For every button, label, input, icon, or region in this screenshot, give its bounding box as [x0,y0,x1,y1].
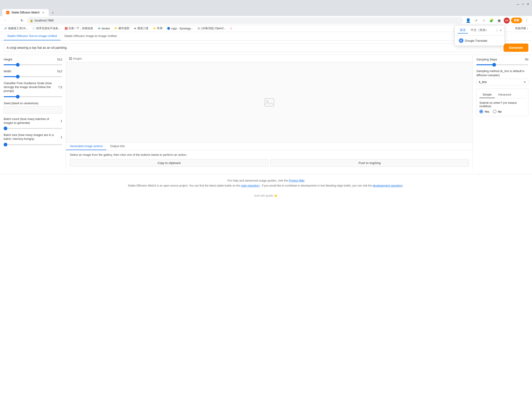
translate-tab-chinese[interactable]: 中文（简体） [468,27,491,33]
generate-button[interactable]: Generate [504,44,528,52]
bookmark-item-2[interactable]: 🅱 百度一下，你就知道 [63,26,95,31]
actions-tabs: Generated image actions Output Info [66,143,473,150]
sampling-steps-label: Sampling Steps [476,58,497,61]
translate-popup-body: G Google Translate [455,36,504,46]
sampling-method-select[interactable]: k_lms k_euler k_euler_a DDIM PLMS [476,79,528,85]
actions-area: Generated image actions Output Info Sele… [66,142,473,169]
push-to-img2img-button[interactable]: Push to img2img [270,159,469,167]
tab-close-button[interactable]: ✕ [41,11,45,14]
bookmark-item-7[interactable]: 🔵 cqqz - Synology... [165,26,195,30]
bookmark-item-5[interactable]: 👁 视觉三维 [132,26,150,31]
extensions-button[interactable]: 🧩 [488,17,495,24]
width-slider[interactable] [4,76,62,77]
batch-size-slider-container [4,142,62,146]
radio-no-circle [493,110,496,113]
app-container: Stable Diffusion Text-to-Image Unified S… [0,32,532,199]
sampling-method-label: Sampling method (k_lms is default k-diff… [476,69,528,77]
sampling-method-control: Sampling method (k_lms is default k-diff… [476,69,528,85]
translate-tab-english[interactable]: 英语 [457,27,468,33]
seed-label: Seed (blank to randomize) [4,101,62,105]
tab-image-to-image[interactable]: Stable Diffusion Image-to-Image Unified [61,32,120,40]
height-slider-container [4,62,62,66]
share-button[interactable]: ↗ [473,17,479,24]
refresh-button[interactable]: ↻ [19,17,25,24]
bookmark-item-9[interactable]: C [228,27,234,30]
bookmark-item-4[interactable]: 📁 硬件选型 [113,26,131,31]
main-repo-link[interactable]: main repository [241,184,259,187]
sampling-steps-slider[interactable] [476,64,528,65]
bookmark-item-8[interactable]: 📰 (10条消息) Open3... [196,26,228,31]
actions-tab-generated[interactable]: Generated image actions [66,143,106,150]
radio-no[interactable]: No [493,110,502,113]
google-logo: G [459,38,463,43]
image-placeholder [264,97,275,108]
sampling-steps-control: Sampling Steps 50 [476,58,528,66]
height-value: 512 [57,58,62,61]
height-control: Height 512 [4,58,62,66]
guidance-label-row: Classifier Free Guidance Scale (how stro… [4,81,62,93]
bookmark-item-other[interactable]: 其他书签 › [513,26,530,31]
options-panel: Simple Advanced Submit on enter? (no mea… [476,89,528,116]
new-tab-button[interactable]: + [50,10,56,16]
back-button[interactable]: ← [2,17,9,24]
avatar-button[interactable]: XX [504,18,510,23]
bookmark-item-1[interactable]: 📄 程序员进化不说发... [30,26,62,31]
batch-size-slider[interactable] [4,144,62,145]
address-text: localhost:7860 [35,19,54,22]
titlebar-right: — □ ✕ [516,2,530,6]
tab-title: Stable Diffusion WebUI [11,11,40,14]
batch-count-slider-container [4,126,62,129]
translate-lang-tabs: 英语 中文（简体） [457,27,491,33]
forward-button[interactable]: → [10,17,17,24]
submit-label: Submit on enter? (no means multiline) [479,101,525,108]
update-button[interactable]: 更新 [511,18,522,23]
batch-count-value: 1 [61,119,62,123]
bookmark-button[interactable]: ☆ [481,17,487,24]
seed-input[interactable] [4,106,62,114]
width-slider-container [4,74,62,78]
bookmark-item-3[interactable]: 🐳 docker [96,26,112,30]
project-wiki-link[interactable]: Project Wiki [289,179,305,182]
translate-popup-header: 英语 中文（简体） ⋮ × [455,25,504,36]
left-panel: Height 512 Width 512 [0,55,66,169]
radio-yes[interactable]: Yes [479,110,489,113]
tab-text-to-image[interactable]: Stable Diffusion Text-to-Image Unified [4,32,61,40]
width-label-row: Width 512 [4,69,62,73]
actions-tab-output[interactable]: Output Info [106,143,128,150]
address-bar[interactable]: 🔒 localhost:7860 [27,17,463,24]
profile-icon-button[interactable]: 👤 [465,17,471,24]
actions-buttons: Copy to clipboard Push to img2img [70,159,469,167]
bookmark-item-0[interactable]: 🔗 链接器工具LN... [2,26,29,31]
dev-repo-link[interactable]: developement repository [373,184,403,187]
translate-close-button[interactable]: × [500,29,502,32]
browser-tab-active[interactable]: SD Stable Diffusion WebUI ✕ [2,9,49,16]
right-panel: Sampling Steps 50 Sampling method (k_lms… [473,55,532,169]
sidebar-button[interactable]: ▣ [496,17,502,24]
maximize-button[interactable]: □ [521,2,525,6]
prompt-input[interactable] [4,43,501,52]
google-translate-option[interactable]: G Google Translate [457,37,502,44]
footer: For help and advanced usage guides, visi… [0,174,532,192]
translate-popup-icons: ⋮ × [495,29,502,32]
guidance-label: Classifier Free Guidance Scale (how stro… [4,81,54,93]
center-panel: 🖼 Images Generated image ac [66,55,473,169]
tab-simple[interactable]: Simple [479,91,495,98]
radio-no-label: No [498,110,502,113]
guidance-value: 7.5 [58,86,62,89]
close-button[interactable]: ✕ [526,2,530,6]
copy-to-clipboard-button[interactable]: Copy to clipboard [70,159,268,167]
minimize-button[interactable]: — [516,2,520,6]
more-menu-button[interactable]: ⋮ [523,17,530,24]
simple-advanced-tabs: Simple Advanced [479,91,525,98]
svg-point-1 [266,100,268,102]
translate-popup: 英语 中文（简体） ⋮ × G Google Translate [455,25,505,46]
tab-advanced[interactable]: Advanced [495,91,514,98]
bookmark-item-6[interactable]: ⭐ 常用 [151,26,164,31]
guidance-slider[interactable] [4,96,62,97]
translate-more-button[interactable]: ⋮ [495,29,499,32]
width-value: 512 [57,69,62,73]
batch-count-slider[interactable] [4,128,62,129]
radio-yes-label: Yes [484,110,489,113]
height-slider[interactable] [4,64,62,65]
submit-option: Submit on enter? (no means multiline) Ye… [479,101,525,113]
